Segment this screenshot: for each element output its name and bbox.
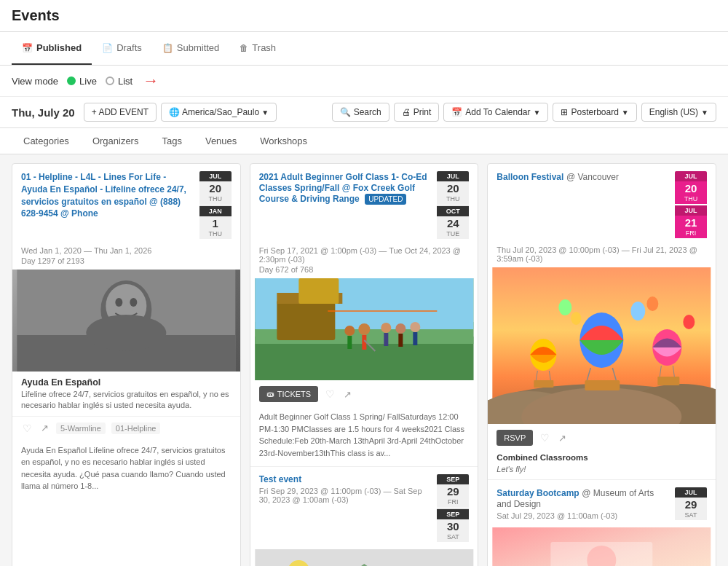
- event-image-2: [250, 278, 478, 380]
- event-description-2: Adult Beginner Golf Class 1 Spring/ Fall…: [250, 408, 478, 466]
- svg-point-48: [647, 296, 659, 311]
- trash-icon: 🗑: [240, 43, 248, 53]
- calendar-icon: 📅: [451, 107, 462, 117]
- tag-label-1a: 5-Warmline: [56, 422, 106, 434]
- svg-rect-42: [534, 380, 554, 388]
- timezone-button[interactable]: 🌐 America/Sao_Paulo ▼: [161, 103, 277, 122]
- svg-rect-26: [255, 549, 473, 566]
- event-day-count-2: Day 672 of 768: [250, 265, 478, 278]
- event-tagline-3: Let's fly!: [488, 463, 716, 479]
- drafts-icon: 📄: [102, 43, 113, 53]
- event-actions-3: RSVP ♡ ↗: [488, 424, 716, 452]
- tab-submitted[interactable]: 📋 Submitted: [152, 32, 230, 65]
- add-event-label: + ADD EVENT: [92, 107, 149, 117]
- chevron-lang-icon: ▼: [701, 109, 708, 117]
- svg-point-19: [344, 326, 355, 336]
- chevron-calendar-icon: ▼: [534, 109, 541, 117]
- search-icon: 🔍: [340, 107, 351, 117]
- svg-rect-11: [277, 300, 335, 340]
- filter-tab-organizers[interactable]: Organizers: [81, 128, 151, 154]
- svg-point-47: [631, 302, 646, 321]
- event-title-3[interactable]: Balloon Festival: [496, 172, 563, 182]
- view-mode-bar: View mode Live List →: [0, 66, 728, 97]
- live-radio[interactable]: Live: [67, 76, 97, 87]
- event-title-1[interactable]: 01 - Helpline - L4L - Lines For Life - A…: [21, 171, 194, 220]
- page-header: Events 📅 Published 📄 Drafts 📋 Submitted …: [0, 0, 728, 154]
- event-description-1: Ayuda En Español Lifeline ofrece 24/7, s…: [12, 440, 240, 500]
- submitted-icon: 📋: [162, 43, 173, 53]
- svg-rect-18: [384, 333, 388, 346]
- published-icon: 📅: [22, 43, 33, 53]
- page-title: Events: [12, 7, 60, 23]
- heart-button-1[interactable]: ♡: [21, 421, 33, 436]
- live-radio-dot: [67, 76, 76, 85]
- filter-tab-venues[interactable]: Venues: [194, 128, 248, 154]
- event-venue-name-3: Combined Classrooms: [488, 452, 716, 463]
- tab-trash[interactable]: 🗑 Trash: [229, 32, 286, 65]
- view-mode-label: View mode: [12, 76, 58, 87]
- svg-point-49: [559, 299, 572, 315]
- filter-tab-tags[interactable]: Tags: [150, 128, 193, 154]
- tab-published[interactable]: 📅 Published: [12, 32, 92, 65]
- svg-point-4: [130, 298, 137, 307]
- event-title-4[interactable]: Test event: [259, 474, 432, 484]
- svg-rect-13: [298, 278, 339, 304]
- tabs-bar: 📅 Published 📄 Drafts 📋 Submitted 🗑 Trash: [0, 32, 728, 66]
- print-button[interactable]: 🖨 Print: [394, 103, 440, 122]
- globe-icon: 🌐: [169, 107, 180, 117]
- chevron-down-icon: ▼: [261, 109, 269, 117]
- filter-tabs: Categories Organizers Tags Venues Worksh…: [0, 128, 728, 154]
- svg-point-51: [684, 315, 695, 329]
- events-grid: 01 - Helpline - L4L - Lines For Life - A…: [0, 154, 728, 566]
- event-venue-3: @ Vancouver: [566, 172, 619, 182]
- svg-point-17: [381, 323, 391, 333]
- svg-point-14: [358, 323, 370, 335]
- add-event-button[interactable]: + ADD EVENT: [84, 103, 157, 122]
- event-caption-1: Ayuda En Español: [12, 372, 240, 389]
- svg-rect-38: [585, 380, 620, 390]
- event-actions-2: 🎟 TICKETS ♡ ↗: [250, 380, 478, 408]
- event-date-range-5: Sat Jul 29, 2023 @ 11:00am (-03): [496, 511, 669, 520]
- event-actions-1: ♡ ↗ 5-Warmline 01-Helpline: [12, 416, 240, 440]
- print-icon: 🖨: [402, 107, 411, 117]
- event-date-range-4: Fri Sep 29, 2023 @ 11:00pm (-03) — Sat S…: [259, 487, 432, 504]
- ticket-icon: 🎟: [266, 390, 274, 398]
- toolbar: Thu, July 20 + ADD EVENT 🌐 America/Sao_P…: [0, 97, 728, 128]
- heart-button-2[interactable]: ♡: [324, 387, 336, 401]
- filter-tab-workshops[interactable]: Workshops: [248, 128, 319, 154]
- event-date-range-2: Fri Sep 17, 2021 @ 1:00pm (-03) — Tue Oc…: [250, 246, 478, 265]
- svg-rect-46: [658, 377, 680, 385]
- event-card-2: 2021 Adult Beginner Golf Class 1- Co-Ed …: [250, 163, 479, 566]
- svg-point-23: [410, 322, 420, 332]
- updated-badge-2: UPDATED: [365, 194, 406, 205]
- search-button[interactable]: 🔍 Search: [332, 103, 389, 122]
- event-image-4: [250, 549, 478, 566]
- event-day-count-1: Day 1297 of 2193: [12, 256, 240, 270]
- event-image-5: [488, 527, 716, 566]
- add-to-calendar-button[interactable]: 📅 Add To Calendar ▼: [443, 103, 548, 122]
- event-image-3: [488, 267, 716, 424]
- language-button[interactable]: English (US) ▼: [641, 103, 716, 122]
- svg-rect-22: [398, 334, 403, 347]
- share-button-2[interactable]: ↗: [342, 388, 353, 401]
- svg-point-50: [571, 312, 582, 325]
- date-label: Thu, July 20: [12, 106, 75, 119]
- event-card-3: Balloon Festival @ Vancouver JUL 20 THU …: [487, 163, 716, 566]
- posterboard-button[interactable]: ⊞ Posterboard ▼: [553, 103, 636, 122]
- tag-label-1b: 01-Helpline: [111, 422, 161, 434]
- list-radio-dot: [106, 76, 114, 85]
- share-button-3[interactable]: ↗: [557, 431, 568, 445]
- event-date-range-3: Thu Jul 20, 2023 @ 10:00pm (-03) — Fri J…: [488, 245, 716, 267]
- share-button-1[interactable]: ↗: [39, 421, 50, 435]
- posterboard-icon: ⊞: [561, 107, 568, 117]
- event-subcaption-1: Lifeline ofrece 24/7, servicios gratuito…: [12, 389, 240, 416]
- filter-tab-categories[interactable]: Categories: [12, 128, 81, 154]
- heart-button-3[interactable]: ♡: [539, 431, 551, 445]
- event-title-5[interactable]: Saturday Bootcamp: [496, 488, 579, 498]
- tickets-button-2[interactable]: 🎟 TICKETS: [259, 386, 318, 402]
- svg-point-6: [86, 315, 166, 351]
- tab-drafts[interactable]: 📄 Drafts: [92, 32, 152, 65]
- rsvp-button-3[interactable]: RSVP: [496, 430, 533, 446]
- list-radio[interactable]: List: [106, 76, 132, 87]
- svg-point-21: [395, 323, 405, 334]
